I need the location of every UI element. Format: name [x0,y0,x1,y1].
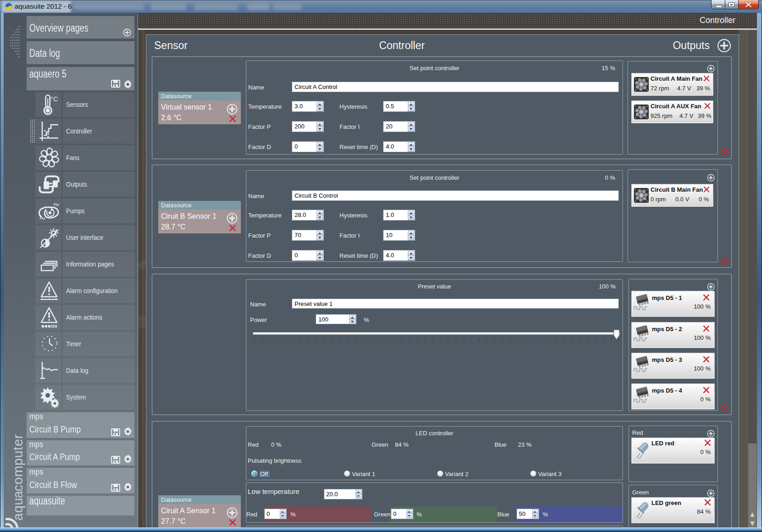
svg-text:°C: °C [50,95,58,103]
